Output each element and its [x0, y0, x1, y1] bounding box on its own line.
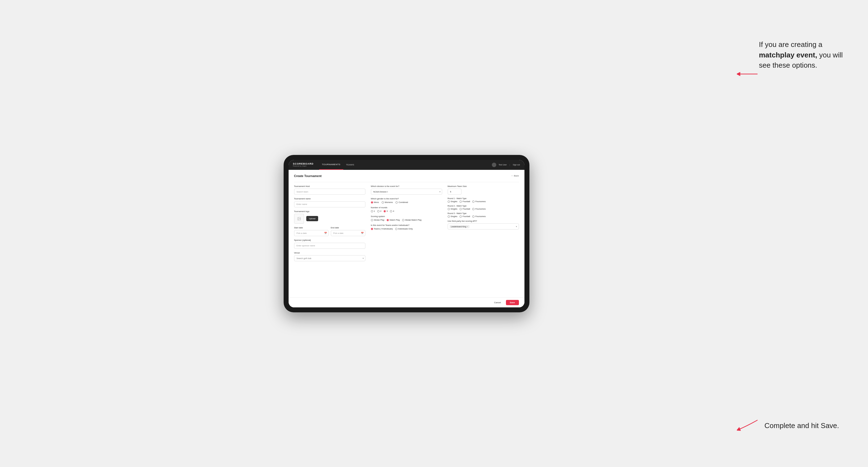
gender-label: Which gender is the event for? [371, 197, 442, 200]
logo-preview [294, 214, 304, 224]
scoring-radio-group: Stroke Play Match Play Medal Match Play [371, 219, 442, 221]
scoring-medal[interactable]: Medal Match Play [402, 219, 422, 221]
save-button[interactable]: Save [506, 300, 519, 305]
round3-match-type: Round 3 - Match Type Singles Fourball [448, 212, 519, 218]
round-3[interactable]: 3 [383, 210, 388, 212]
brand-name: SCOREBOARD [293, 163, 314, 165]
user-name: Test User [498, 164, 507, 166]
round2-singles[interactable]: Singles [448, 208, 458, 210]
api-tag-close-icon[interactable]: × [467, 225, 468, 228]
left-column: Tournament Host Tournament name Tourname… [294, 185, 365, 264]
round-4[interactable]: 4 [390, 210, 394, 212]
round2-options: Singles Fourball Foursomes [448, 208, 519, 210]
division-label: Which division is the event for? [371, 185, 442, 188]
upload-button[interactable]: Upload [306, 216, 318, 221]
annotation-save-bold: Save. [821, 422, 839, 430]
form-container: Create Tournament ← Back Tournament Host… [288, 170, 524, 298]
tablet-screen: SCOREBOARD Powered by clippit TOURNAMENT… [288, 160, 524, 307]
end-date-group: End date 📅 [331, 226, 365, 237]
venue-label: Venue [294, 252, 365, 254]
venue-select-wrapper [294, 255, 365, 261]
round1-label: Round 1 - Match Type [448, 197, 519, 199]
tournament-logo-label: Tournament logo [294, 210, 365, 213]
form-title: Create Tournament [294, 174, 322, 178]
round-2[interactable]: 2 [377, 210, 381, 212]
start-date-group: Start date 📅 [294, 226, 329, 237]
round2-label: Round 2 - Match Type [448, 205, 519, 207]
round3-fourball[interactable]: Fourball [460, 215, 470, 218]
division-select-wrapper: NCAA Division I NCAA Division II NCAA Di… [371, 189, 442, 195]
tournament-host-group: Tournament Host [294, 185, 365, 195]
round3-singles[interactable]: Singles [448, 215, 458, 218]
date-row: Start date 📅 End date [294, 226, 365, 237]
gender-radio-group: Mens Womens Combined [371, 201, 442, 204]
annotation-bold-text: matchplay event, [759, 51, 817, 59]
round2-fourball[interactable]: Fourball [460, 208, 470, 210]
logo-upload-area: Upload [294, 214, 365, 224]
rounds-label: Number of rounds [371, 206, 442, 209]
tournament-name-group: Tournament name [294, 197, 365, 208]
svg-point-1 [298, 218, 299, 218]
start-date-label: Start date [294, 226, 329, 229]
round1-options: Singles Fourball Foursomes [448, 200, 519, 203]
round2-foursomes[interactable]: Foursomes [472, 208, 486, 210]
round1-fourball[interactable]: Fourball [460, 200, 470, 203]
gender-mens[interactable]: Mens [371, 201, 379, 204]
individuals-option[interactable]: Individuals Only [395, 227, 413, 230]
scoring-match[interactable]: Match Play [386, 219, 400, 221]
api-input-wrapper[interactable]: Leaderboard King × ▾ [448, 223, 519, 229]
gender-combined[interactable]: Combined [396, 201, 408, 204]
gender-womens[interactable]: Womens [382, 201, 393, 204]
nav-tournaments[interactable]: TOURNAMENTS [319, 160, 343, 170]
start-date-wrapper: 📅 [294, 230, 329, 237]
end-date-label: End date [331, 226, 365, 229]
annotation-right: If you are creating a matchplay event, y… [759, 39, 853, 71]
gender-group: Which gender is the event for? Mens Wome… [371, 197, 442, 204]
right-column: Maximum Team Size Round 1 - Match Type S… [448, 185, 519, 264]
start-date-input[interactable] [294, 230, 329, 236]
nav-links: TOURNAMENTS TEAMS [319, 160, 357, 170]
venue-input[interactable] [294, 255, 365, 261]
scoring-stroke[interactable]: Stroke Play [371, 219, 384, 221]
api-group: Use third-party live scoring API? Leader… [448, 220, 519, 229]
tablet-frame: SCOREBOARD Powered by clippit TOURNAMENT… [284, 155, 529, 312]
bottom-bar: Cancel Save [288, 298, 524, 307]
end-date-input[interactable] [331, 230, 365, 236]
api-dropdown-icon: ▾ [516, 225, 517, 228]
header-divider [294, 182, 519, 182]
round1-match-type: Round 1 - Match Type Singles Fourball [448, 197, 519, 203]
scoring-group: Scoring system Stroke Play Match Play [371, 215, 442, 221]
scoring-label: Scoring system [371, 215, 442, 218]
round3-options: Singles Fourball Foursomes [448, 215, 519, 218]
teams-label: Is this event for Teams and/or Individua… [371, 224, 442, 226]
sponsor-label: Sponsor (optional) [294, 239, 365, 241]
division-select[interactable]: NCAA Division I NCAA Division II NCAA Di… [371, 189, 442, 195]
rounds-group: Number of rounds 1 2 [371, 206, 442, 212]
calendar-icon: 📅 [324, 232, 327, 234]
tournament-name-input[interactable] [294, 201, 365, 208]
round3-foursomes[interactable]: Foursomes [472, 215, 486, 218]
tournament-logo-group: Tournament logo Upload [294, 210, 365, 224]
round1-singles[interactable]: Singles [448, 200, 458, 203]
round3-label: Round 3 - Match Type [448, 212, 519, 214]
max-team-size-input[interactable] [448, 189, 462, 195]
venue-group: Venue [294, 252, 365, 261]
arrow-save [737, 417, 759, 431]
teams-option[interactable]: Teams (+Individuals) [371, 227, 393, 230]
annotation-text-1: If you are creating a [759, 40, 823, 49]
arrow-matchplay [737, 68, 759, 80]
round1-foursomes[interactable]: Foursomes [472, 200, 486, 203]
cancel-button[interactable]: Cancel [491, 300, 504, 305]
annotation-bottom-text: Complete and hit [765, 422, 821, 430]
nav-teams[interactable]: TEAMS [343, 160, 357, 170]
sign-out-link[interactable]: Sign out [513, 164, 520, 166]
api-tag: Leaderboard King × [450, 225, 469, 228]
sponsor-input[interactable] [294, 243, 365, 249]
round-1[interactable]: 1 [371, 210, 375, 212]
tournament-host-input[interactable] [294, 189, 365, 195]
teams-group: Is this event for Teams and/or Individua… [371, 224, 442, 230]
annotation-bottom: Complete and hit Save. [765, 421, 853, 431]
api-label: Use third-party live scoring API? [448, 220, 519, 222]
brand-logo: SCOREBOARD Powered by clippit [293, 163, 314, 167]
back-button[interactable]: ← Back [511, 175, 519, 177]
